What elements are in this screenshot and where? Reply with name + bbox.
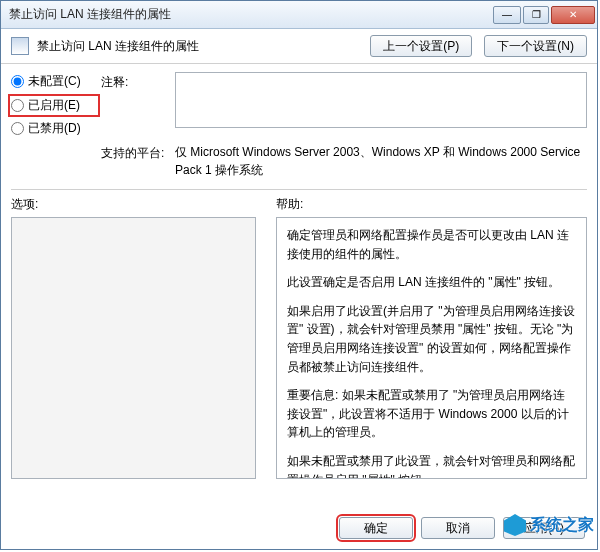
help-paragraph: 如果启用了此设置(并启用了 "为管理员启用网络连接设置" 设置)，就会针对管理员… (287, 302, 576, 376)
platform-label: 支持的平台: (101, 143, 171, 179)
dialog-window: 禁止访问 LAN 连接组件的属性 — ❐ ✕ 禁止访问 LAN 连接组件的属性 … (0, 0, 598, 550)
ok-button[interactable]: 确定 (339, 517, 413, 539)
help-box[interactable]: 确定管理员和网络配置操作员是否可以更改由 LAN 连接使用的组件的属性。 此设置… (276, 217, 587, 479)
comment-textarea[interactable] (175, 72, 587, 128)
maximize-button[interactable]: ❐ (523, 6, 549, 24)
header-title: 禁止访问 LAN 连接组件的属性 (37, 38, 358, 55)
radio-enabled[interactable]: 已启用(E) (11, 97, 97, 114)
options-box[interactable] (11, 217, 256, 479)
dialog-footer: 确定 取消 应用(A) (11, 509, 587, 549)
radio-not-configured-label: 未配置(C) (28, 73, 81, 90)
window-title: 禁止访问 LAN 连接组件的属性 (9, 6, 491, 23)
previous-setting-button[interactable]: 上一个设置(P) (370, 35, 472, 57)
radio-disabled[interactable]: 已禁用(D) (11, 120, 97, 137)
radio-disabled-input[interactable] (11, 122, 24, 135)
dialog-header: 禁止访问 LAN 连接组件的属性 上一个设置(P) 下一个设置(N) (1, 29, 597, 64)
content-columns: 选项: 帮助: 确定管理员和网络配置操作员是否可以更改由 LAN 连接使用的组件… (11, 196, 587, 486)
dialog-body: 未配置(C) 注释: 已启用(E) 已禁用(D) 支持的平台: 仅 Micros… (1, 64, 597, 549)
radio-enabled-input[interactable] (11, 99, 24, 112)
help-paragraph: 重要信息: 如果未配置或禁用了 "为管理员启用网络连接设置"，此设置将不适用于 … (287, 386, 576, 442)
options-column: 选项: (11, 196, 256, 486)
radio-disabled-label: 已禁用(D) (28, 120, 81, 137)
radio-enabled-label: 已启用(E) (28, 97, 80, 114)
close-button[interactable]: ✕ (551, 6, 595, 24)
divider (11, 189, 587, 190)
titlebar: 禁止访问 LAN 连接组件的属性 — ❐ ✕ (1, 1, 597, 29)
minimize-button[interactable]: — (493, 6, 521, 24)
policy-icon (11, 37, 29, 55)
help-paragraph: 此设置确定是否启用 LAN 连接组件的 "属性" 按钮。 (287, 273, 576, 292)
apply-button[interactable]: 应用(A) (503, 517, 585, 539)
help-label: 帮助: (276, 196, 587, 213)
help-paragraph: 确定管理员和网络配置操作员是否可以更改由 LAN 连接使用的组件的属性。 (287, 226, 576, 263)
options-label: 选项: (11, 196, 256, 213)
window-controls: — ❐ ✕ (491, 6, 595, 24)
help-paragraph: 如果未配置或禁用了此设置，就会针对管理员和网络配置操作员启用 "属性" 按钮。 (287, 452, 576, 479)
cancel-button[interactable]: 取消 (421, 517, 495, 539)
comment-label: 注释: (101, 72, 171, 91)
next-setting-button[interactable]: 下一个设置(N) (484, 35, 587, 57)
help-column: 帮助: 确定管理员和网络配置操作员是否可以更改由 LAN 连接使用的组件的属性。… (276, 196, 587, 486)
radio-not-configured-input[interactable] (11, 75, 24, 88)
radio-not-configured[interactable]: 未配置(C) (11, 72, 97, 91)
platform-text: 仅 Microsoft Windows Server 2003、Windows … (175, 143, 587, 179)
